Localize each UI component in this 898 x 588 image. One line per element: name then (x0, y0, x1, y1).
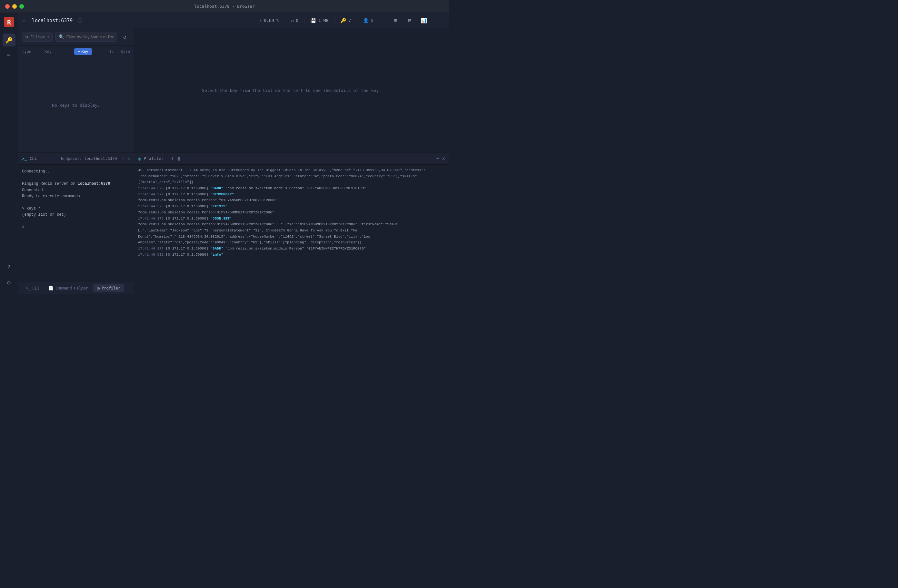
cli-endpoint-value: localhost:6379 (84, 157, 117, 161)
tab-cli-label: CLI (32, 286, 39, 290)
key-icon: 🔑 (6, 37, 12, 43)
keys-toolbar: ⚙ Filter ▾ 🔍 ↺ (18, 28, 134, 46)
stat-cpu: ⚡ 0.69 % (253, 18, 285, 23)
profiler-log-3b: "com.redis.om.skeleton.models.Person:01F… (138, 210, 445, 216)
cli-line: Ready to execute commands. (22, 193, 130, 200)
profiler-log-3: 17:41:44.373 [0 172.17.0.1:60006] "EXIST… (138, 203, 445, 210)
col-ttl-label: TTL (94, 49, 114, 54)
search-input[interactable] (66, 34, 114, 39)
filter-label: Filter (30, 34, 45, 39)
profiler-minimize-button[interactable]: − (437, 155, 440, 161)
help-icon: ? (7, 264, 11, 270)
filter-button[interactable]: ⚙ Filter ▾ (22, 32, 52, 41)
clients-icon: 👤 (363, 18, 369, 23)
sidebar-item-keys[interactable]: 🔑 (3, 34, 15, 46)
cli-body: Connecting... Pinging Redis server on lo… (18, 165, 134, 282)
back-button[interactable]: ← (23, 17, 27, 24)
cli-line (22, 200, 130, 206)
stat-clients: 👤 5 (357, 18, 379, 23)
no-keys-message: No keys to display. (18, 58, 134, 152)
maximize-button[interactable] (19, 4, 24, 9)
cpu-icon: ⚡ (259, 18, 262, 23)
command-helper-icon: 📄 (48, 286, 54, 290)
refresh-button[interactable]: ↺ (120, 32, 130, 42)
titlebar: localhost:6379 - Browser (0, 0, 449, 13)
bottom-tabs: >_ CLI 📄 Command Helper ◎ Profiler (18, 282, 134, 294)
cli-minimize-button[interactable]: − (122, 156, 125, 161)
profiler-log-5: 17:41:44.377 [0 172.17.0.1:60006] "SADD"… (138, 246, 445, 252)
profiler-log-4: 17:41:44.375 [0 172.17.0.1:60006] "JSON.… (138, 216, 445, 222)
cli-title: CLI (30, 156, 37, 161)
layout-table-button[interactable]: ⊞ (390, 15, 401, 26)
cli-endpoint-label: Endpoint: localhost:6379 (61, 157, 117, 161)
profiler-header: ◎ Profiler ⏸ 🗑 − × (134, 152, 449, 165)
profiler-body: 45, personalStatement : I Am Going To Di… (134, 165, 449, 294)
clients-value: 5 (371, 18, 374, 23)
search-icon: 🔍 (59, 34, 64, 39)
bottom-area: >_ CLI Endpoint: localhost:6379 − × Conn… (18, 152, 449, 294)
sidebar-item-editor[interactable]: ✏️ (3, 48, 15, 61)
cli-tab-icon: >_ (26, 286, 30, 290)
tab-profiler[interactable]: ◎ Profiler (93, 284, 124, 292)
col-size-label: Size (114, 49, 130, 54)
detail-panel: Select the key from the list on the left… (134, 28, 449, 152)
topnav-actions: ⊞ ⊟ 📊 ⋮ (384, 15, 444, 26)
cli-line (22, 218, 130, 224)
search-wrap: 🔍 (55, 32, 117, 41)
gear-icon: ⚙️ (7, 279, 11, 286)
tab-command-helper-label: Command Helper (55, 286, 88, 290)
filter-icon: ⚙ (26, 34, 28, 39)
profiler-log-6: 17:41:46.511 [0 172.17.0.1:59986] "info" (138, 252, 445, 258)
app-logo: R (3, 15, 15, 28)
layout-list-button[interactable]: ⊟ (404, 15, 415, 26)
cli-line: (empty list or set) (22, 212, 130, 218)
keys-count-icon: 🔑 (340, 18, 346, 23)
stat-connections: ↺ 0 (285, 18, 304, 23)
cli-panel: >_ CLI Endpoint: localhost:6379 − × Conn… (18, 152, 134, 294)
profiler-close-button[interactable]: × (442, 155, 445, 161)
memory-value: 1 MB (318, 18, 328, 23)
cli-header: >_ CLI Endpoint: localhost:6379 − × (18, 152, 134, 165)
host-label: localhost:6379 (32, 18, 72, 23)
middle-area: ⚙ Filter ▾ 🔍 ↺ Type Key + Key TTL Size (18, 28, 449, 152)
info-icon[interactable]: ⓘ (78, 18, 82, 23)
connections-icon: ↺ (291, 18, 294, 23)
topnav: ← localhost:6379 ⓘ ⚡ 0.69 % ↺ 0 💾 1 MB 🔑 (18, 13, 449, 28)
svg-text:R: R (7, 18, 11, 26)
profiler-log-1: 17:41:44.370 [0 172.17.0.1:60006] "SADD"… (138, 185, 445, 192)
profiler-close-actions: − × (437, 155, 445, 161)
profiler-panel: ◎ Profiler ⏸ 🗑 − × 45, personalStatement… (134, 152, 449, 294)
chevron-down-icon: ▾ (47, 35, 49, 39)
tab-cli[interactable]: >_ CLI (22, 284, 43, 292)
profiler-pause-button[interactable]: ⏸ (169, 155, 174, 161)
sidebar-item-settings[interactable]: ⚙️ (3, 276, 15, 289)
profiler-log-4b: "com.redis.om.skeleton.models.Person:01F… (138, 221, 445, 246)
memory-icon: 💾 (310, 18, 317, 23)
chart-button[interactable]: 📊 (418, 15, 430, 26)
cli-line: > keys * (22, 206, 130, 212)
edit-icon: ✏️ (7, 51, 11, 58)
profiler-log-2: 17:41:44.372 [0 172.17.0.1:60006] "SISME… (138, 192, 445, 198)
cli-line: Connecting... (22, 169, 130, 175)
tab-profiler-label: Profiler (101, 286, 120, 290)
detail-empty-message: Select the key from the list on the left… (202, 88, 381, 93)
cli-actions: − × (122, 156, 130, 161)
more-menu-button[interactable]: ⋮ (432, 15, 444, 26)
stat-keys: 🔑 7 (335, 18, 357, 23)
window-controls (5, 4, 24, 9)
cli-title-icon: >_ (22, 156, 27, 161)
cli-close-button[interactable]: × (128, 156, 130, 161)
profiler-actions: ⏸ 🗑 (169, 155, 181, 161)
cli-line: Connected. (22, 187, 130, 193)
stat-memory: 💾 1 MB (304, 18, 335, 23)
profiler-title: Profiler (143, 156, 164, 161)
profiler-clear-button[interactable]: 🗑 (177, 156, 181, 161)
profiler-tab-icon: ◎ (97, 286, 100, 290)
sidebar-item-help[interactable]: ? (3, 261, 15, 273)
cli-line: > (22, 224, 130, 230)
add-key-button[interactable]: + Key (74, 48, 92, 55)
minimize-button[interactable] (12, 4, 17, 9)
keys-panel: ⚙ Filter ▾ 🔍 ↺ Type Key + Key TTL Size (18, 28, 134, 152)
close-button[interactable] (5, 4, 10, 9)
tab-command-helper[interactable]: 📄 Command Helper (45, 284, 92, 292)
